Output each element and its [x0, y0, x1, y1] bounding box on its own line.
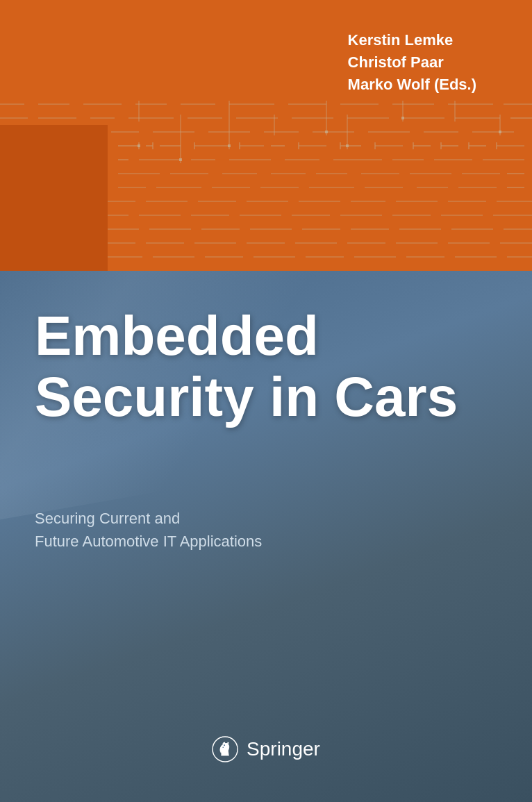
- title-line-1: Embedded: [35, 305, 319, 367]
- top-section: Kerstin Lemke Christof Paar Marko Wolf (…: [0, 0, 532, 271]
- subtitle-line-2: Future Automotive IT Applications: [35, 533, 262, 550]
- svg-rect-150: [325, 131, 328, 133]
- authors-block: Kerstin Lemke Christof Paar Marko Wolf (…: [348, 29, 476, 96]
- book-cover: Kerstin Lemke Christof Paar Marko Wolf (…: [0, 0, 532, 802]
- svg-point-157: [224, 744, 225, 746]
- springer-knight-icon: [212, 735, 238, 764]
- svg-rect-148: [138, 144, 140, 147]
- svg-point-158: [222, 746, 224, 748]
- publisher-name: Springer: [247, 738, 320, 760]
- svg-rect-154: [401, 117, 404, 119]
- author-3: Marko Wolf (Eds.): [348, 74, 476, 96]
- svg-rect-153: [499, 131, 501, 133]
- bottom-section: Embedded Security in Cars Securing Curre…: [0, 271, 532, 802]
- book-subtitle: Securing Current and Future Automotive I…: [35, 507, 262, 553]
- author-1: Kerstin Lemke: [348, 29, 476, 51]
- svg-rect-152: [346, 144, 349, 147]
- title-line-2: Security in Cars: [35, 366, 458, 428]
- svg-rect-149: [228, 144, 231, 147]
- orange-square-decoration: [0, 125, 108, 271]
- author-2: Christof Paar: [348, 51, 476, 74]
- svg-rect-151: [179, 158, 182, 161]
- book-title: Embedded Security in Cars: [35, 306, 497, 428]
- subtitle-line-1: Securing Current and: [35, 510, 180, 527]
- publisher-block: Springer: [212, 735, 320, 764]
